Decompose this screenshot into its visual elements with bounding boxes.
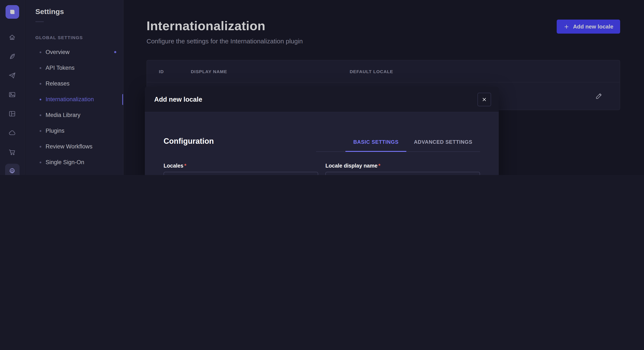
tab-basic-settings[interactable]: BASIC SETTINGS [346,134,406,152]
locales-field-group: Locales* French (fr) [164,163,318,175]
add-locale-modal: Add new locale Configuration BASIC SETTI… [145,87,499,175]
locale-form: Locales* French (fr) Locale display name… [164,163,480,175]
locales-select[interactable]: French (fr) [164,172,318,175]
locales-label: Locales* [164,163,318,169]
modal-title: Add new locale [154,95,202,103]
required-asterisk: * [378,163,380,169]
display-name-label-text: Locale display name [326,163,378,169]
close-modal-button[interactable] [478,93,491,106]
settings-tabs: BASIC SETTINGS ADVANCED SETTINGS [316,134,480,152]
close-icon [481,96,487,102]
display-name-field-group: Locale display name* Locale will be disp… [326,163,480,175]
app-root: KD Settings GLOBAL SETTINGS Overview API… [0,0,644,175]
modal-body: Configuration BASIC SETTINGS ADVANCED SE… [145,112,499,175]
configuration-title: Configuration [164,137,214,146]
configuration-header: Configuration BASIC SETTINGS ADVANCED SE… [164,134,480,152]
locales-label-text: Locales [164,163,183,169]
tab-advanced-settings[interactable]: ADVANCED SETTINGS [406,134,480,152]
display-name-label: Locale display name* [326,163,480,169]
display-name-input[interactable] [326,172,480,175]
modal-header: Add new locale [145,87,499,112]
required-asterisk: * [184,163,186,169]
